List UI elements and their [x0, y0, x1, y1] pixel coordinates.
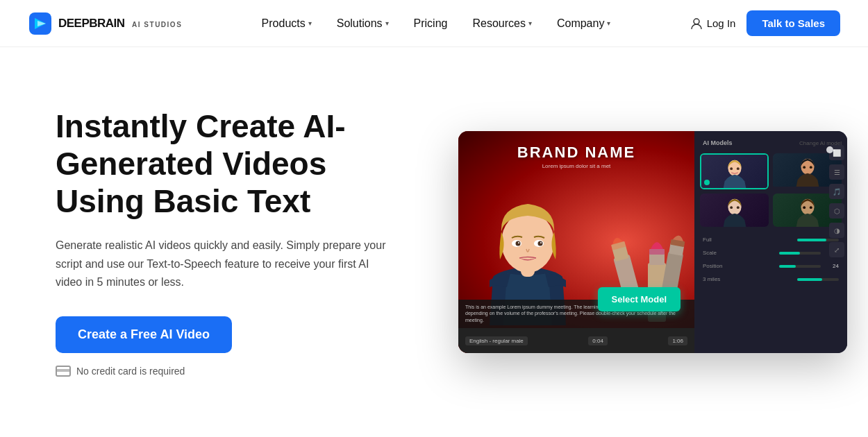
sidebar-icon-2[interactable]: ☰ — [829, 164, 844, 180]
svg-point-26 — [803, 166, 806, 169]
model-avatar-3 — [717, 194, 752, 227]
sidebar-icon-3[interactable]: 🎵 — [829, 184, 844, 199]
sidebar-icon-4[interactable]: ⬡ — [829, 203, 844, 218]
svg-point-23 — [730, 167, 733, 170]
hero-left: Instantly Create AI-Generated Videos Usi… — [56, 108, 417, 377]
chevron-down-icon: ▾ — [385, 19, 389, 27]
svg-point-6 — [501, 212, 554, 273]
no-credit-card-notice: No credit card is required — [56, 366, 417, 377]
chevron-down-icon: ▾ — [528, 19, 532, 27]
credit-card-icon — [56, 366, 71, 377]
svg-point-33 — [809, 206, 812, 209]
position-slider[interactable] — [779, 265, 821, 268]
logo-studios: AI STUDIOS — [132, 21, 182, 28]
login-button[interactable]: Log In — [690, 17, 736, 30]
sidebar-controls: Full Scale 24 — [700, 235, 842, 284]
model-avatar-1 — [717, 155, 752, 188]
logo[interactable]: DEEPBRAIN AI STUDIOS — [28, 11, 182, 36]
svg-point-3 — [694, 19, 699, 24]
sidebar-header: AI Models — [700, 139, 735, 146]
control-3miles: 3 miles — [700, 275, 842, 284]
brand-name-text: BRAND NAME — [458, 144, 694, 162]
toolbar-time2: 1:06 — [668, 336, 687, 345]
toolbar-language: English - regular male — [465, 336, 528, 345]
hero-right: BRAND NAME Lorem ipsum dolor sit a met — [458, 131, 847, 353]
svg-point-27 — [809, 166, 812, 169]
svg-point-30 — [736, 206, 739, 209]
nav-links: Products ▾ Solutions ▾ Pricing Resources… — [182, 12, 690, 35]
model-thumb-1[interactable] — [700, 153, 769, 189]
hero-description: Generate realistic AI videos quickly and… — [56, 237, 389, 291]
nav-pricing[interactable]: Pricing — [403, 12, 459, 35]
control-full: Full — [700, 235, 842, 244]
brand-overlay: BRAND NAME Lorem ipsum dolor sit a met — [458, 144, 694, 169]
model-avatar-2 — [790, 153, 825, 187]
navbar: DEEPBRAIN AI STUDIOS Products ▾ Solution… — [0, 0, 868, 47]
sidebar-icon-1[interactable]: ⬜ — [829, 145, 844, 160]
nav-products[interactable]: Products ▾ — [251, 12, 323, 35]
miles-slider[interactable] — [797, 278, 839, 281]
svg-point-12 — [540, 242, 542, 243]
main-content: Instantly Create AI-Generated Videos Usi… — [0, 47, 868, 437]
nav-resources[interactable]: Resources ▾ — [461, 12, 542, 35]
svg-rect-18 — [649, 249, 665, 255]
control-scale: Scale 24 — [700, 248, 842, 257]
svg-point-24 — [736, 167, 739, 170]
svg-point-32 — [803, 206, 806, 209]
sidebar-icon-5[interactable]: ◑ — [829, 223, 844, 238]
hero-title: Instantly Create AI-Generated Videos Usi… — [56, 108, 417, 221]
sidebar-panel: AI Models Change Al model — [694, 131, 847, 353]
nav-right: Log In Talk to Sales — [690, 10, 840, 36]
chevron-down-icon: ▾ — [607, 19, 610, 27]
svg-point-29 — [730, 206, 733, 209]
deepbrain-logo-icon — [28, 11, 53, 36]
chevron-down-icon: ▾ — [308, 19, 312, 27]
person-icon — [690, 17, 703, 30]
create-free-video-button[interactable]: Create a Free AI Video — [56, 316, 232, 353]
brand-tagline: Lorem ipsum dolor sit a met — [458, 163, 694, 169]
svg-point-9 — [516, 241, 521, 246]
control-position: Position 24 — [700, 262, 842, 271]
sidebar-icon-buttons: ⬜ ☰ 🎵 ⬡ ◑ ⤢ — [829, 145, 847, 257]
svg-point-10 — [538, 241, 543, 246]
toolbar-time1: 0:04 — [588, 336, 608, 345]
talk-to-sales-button[interactable]: Talk to Sales — [746, 10, 840, 36]
model-avatar-4 — [790, 194, 825, 227]
nav-solutions[interactable]: Solutions ▾ — [326, 12, 400, 35]
svg-point-11 — [518, 242, 519, 243]
product-screenshot: BRAND NAME Lorem ipsum dolor sit a met — [458, 131, 847, 353]
video-toolbar: English - regular male 0:04 1:06 — [458, 328, 694, 353]
video-panel: BRAND NAME Lorem ipsum dolor sit a met — [458, 131, 694, 353]
logo-deepbrain: DEEPBRAIN — [58, 17, 125, 30]
scale-slider[interactable] — [779, 252, 821, 255]
model-thumb-3[interactable] — [700, 194, 769, 227]
model-grid — [700, 153, 842, 227]
select-model-button[interactable]: Select Model — [598, 287, 681, 311]
sidebar-icon-6[interactable]: ⤢ — [829, 242, 844, 257]
nav-company[interactable]: Company ▾ — [546, 12, 621, 35]
